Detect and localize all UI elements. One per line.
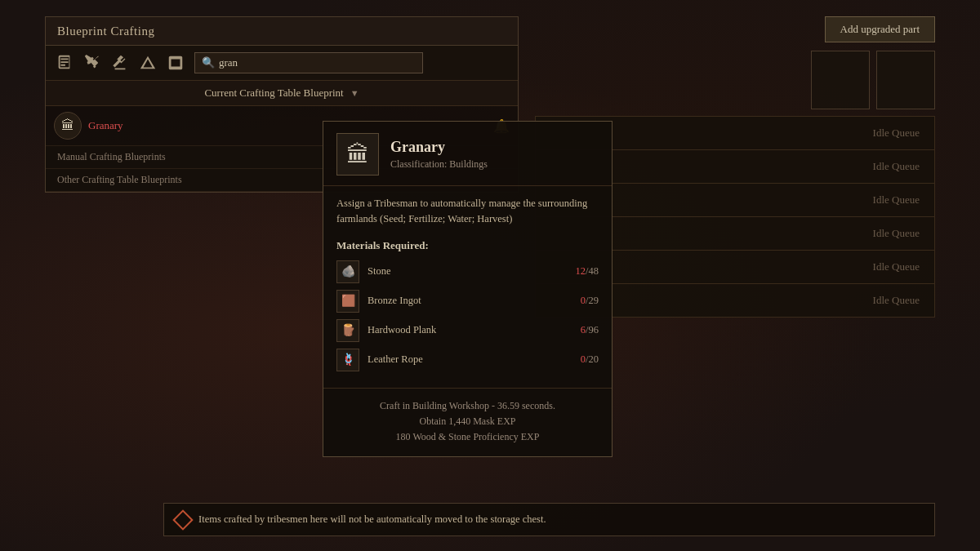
stone-icon: 🪨: [336, 260, 359, 283]
upgrade-slots: [535, 51, 935, 109]
tooltip-body: Assign a Tribesman to automatically mana…: [323, 186, 612, 388]
material-hardwood-qty: 6/96: [581, 324, 599, 336]
book-icon[interactable]: [54, 52, 75, 73]
material-stone-qty: 12/48: [576, 265, 599, 278]
hammer-icon[interactable]: [109, 52, 131, 73]
tooltip-header: 🏛 Granary Classification: Buildings: [323, 122, 612, 186]
bottom-warning-bar: Items crafted by tribesmen here will not…: [163, 503, 935, 536]
materials-label: Materials Required:: [336, 239, 599, 252]
tooltip-description: Assign a Tribesman to automatically mana…: [336, 196, 599, 228]
tent-icon[interactable]: [137, 52, 158, 73]
warning-diamond-icon: [172, 509, 193, 530]
material-hardwood-name: Hardwood Plank: [368, 324, 572, 336]
upgrade-slot-2[interactable]: [876, 51, 935, 109]
toolbar-icons: [54, 52, 186, 73]
dropdown-label: Current Crafting Table Blueprint: [204, 87, 343, 100]
craft-location: Craft in Building Workshop - 36.59 secon…: [336, 398, 599, 446]
scroll-icon[interactable]: [165, 52, 186, 73]
material-hardwood-row: 🪵 Hardwood Plank 6/96: [336, 319, 599, 342]
material-leather-qty: 0/20: [581, 353, 599, 366]
leather-rope-icon: 🪢: [336, 349, 359, 371]
material-leather-row: 🪢 Leather Rope 0/20: [336, 349, 599, 371]
material-leather-name: Leather Rope: [368, 353, 572, 366]
search-icon: 🔍: [202, 56, 215, 69]
panel-title-bar: Blueprint Crafting: [46, 17, 518, 46]
bronze-ingot-icon: 🟫: [336, 290, 359, 313]
hardwood-plank-icon: 🪵: [336, 319, 359, 342]
search-box[interactable]: 🔍: [194, 52, 423, 73]
tooltip-footer: Craft in Building Workshop - 36.59 secon…: [323, 388, 612, 457]
granary-icon: 🏛: [54, 112, 82, 140]
search-input[interactable]: [219, 56, 416, 69]
material-bronze-qty: 0/29: [581, 295, 599, 307]
tooltip-granary-icon: 🏛: [336, 133, 379, 176]
material-bronze-row: 🟫 Bronze Ingot 0/29: [336, 290, 599, 313]
toolbar: 🔍: [46, 46, 518, 81]
tooltip-item-name: Granary: [390, 139, 488, 156]
tooltip-item-info: Granary Classification: Buildings: [390, 139, 488, 171]
warning-text: Items crafted by tribesmen here will not…: [198, 512, 546, 527]
panel-title: Blueprint Crafting: [57, 24, 154, 38]
upgrade-slot-1[interactable]: [811, 51, 870, 109]
sword-icon[interactable]: [82, 52, 103, 73]
material-stone-name: Stone: [368, 265, 568, 278]
material-stone-row: 🪨 Stone 12/48: [336, 260, 599, 283]
material-bronze-name: Bronze Ingot: [368, 295, 572, 307]
blueprint-type-dropdown[interactable]: Current Crafting Table Blueprint ▼: [46, 81, 518, 106]
chevron-down-icon: ▼: [350, 88, 359, 98]
granary-tooltip: 🏛 Granary Classification: Buildings Assi…: [323, 121, 612, 457]
tooltip-classification: Classification: Buildings: [390, 158, 488, 171]
add-upgraded-part-button[interactable]: Add upgraded part: [825, 16, 935, 42]
